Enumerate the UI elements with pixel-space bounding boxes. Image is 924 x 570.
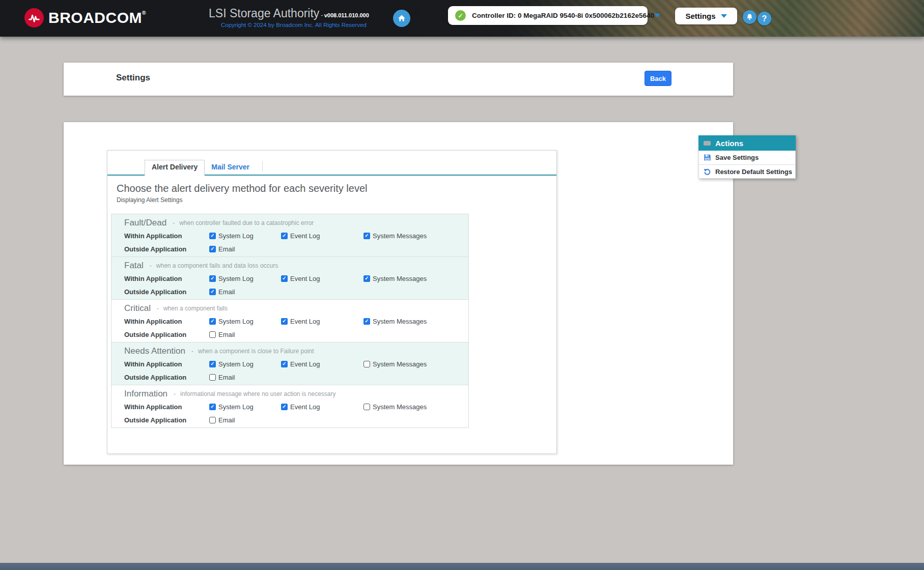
bell-icon	[746, 13, 753, 21]
system-log-checkbox[interactable]	[209, 275, 216, 282]
system-messages-checkbox[interactable]	[363, 233, 370, 239]
app-version: v008.011.010.000	[324, 12, 369, 18]
app-title: LSI Storage Authority	[209, 7, 319, 20]
system-log-option[interactable]: System Log	[209, 275, 281, 282]
severity-section: Fatal - when a component fails and data …	[111, 257, 468, 300]
copyright-text: Copyright © 2024 by Broadcom Inc. All Ri…	[221, 22, 369, 28]
within-application-label: Within Application	[124, 275, 209, 282]
alert-settings-panel: Alert Delivery Mail Server Choose the al…	[107, 150, 557, 454]
system-messages-checkbox[interactable]	[363, 275, 370, 282]
system-log-checkbox[interactable]	[209, 361, 216, 367]
severity-section: Fault/Dead - when controller faulted due…	[111, 214, 468, 257]
severity-name: Fatal	[124, 261, 144, 271]
email-checkbox[interactable]	[209, 246, 216, 252]
severity-description: when controller faulted due to a catastr…	[179, 219, 314, 226]
outside-application-label: Outside Application	[124, 374, 209, 381]
tab-separator	[262, 161, 263, 172]
system-log-checkbox[interactable]	[209, 318, 216, 325]
severity-dash: -	[173, 219, 175, 226]
save-icon	[704, 154, 711, 161]
collapse-icon[interactable]	[704, 141, 711, 146]
email-checkbox[interactable]	[209, 331, 216, 338]
system-log-option[interactable]: System Log	[209, 403, 281, 411]
tab-mail-server[interactable]: Mail Server	[205, 160, 256, 175]
page-title: Settings	[116, 73, 150, 83]
save-settings-button[interactable]: Save Settings	[699, 151, 795, 164]
actions-panel-header: Actions	[698, 135, 796, 151]
notifications-button[interactable]	[743, 10, 757, 24]
brand-name: BROADCOM®	[48, 9, 146, 26]
severity-name: Information	[124, 389, 167, 399]
severity-section: Information - informational message wher…	[111, 385, 468, 428]
restore-default-settings-button[interactable]: Restore Default Settings	[699, 164, 795, 178]
severity-description: when a component is close to Failure poi…	[198, 348, 314, 355]
severity-dash: -	[150, 262, 152, 269]
severity-description: when a component fails	[163, 305, 228, 312]
email-option[interactable]: Email	[209, 288, 281, 296]
system-log-option[interactable]: System Log	[209, 232, 281, 240]
outside-application-label: Outside Application	[124, 245, 209, 253]
event-log-checkbox[interactable]	[281, 233, 288, 239]
event-log-checkbox[interactable]	[281, 361, 288, 367]
system-messages-option[interactable]: System Messages	[363, 403, 427, 411]
severity-description: when a component fails and data loss occ…	[156, 262, 278, 269]
email-checkbox[interactable]	[209, 417, 216, 423]
within-application-label: Within Application	[124, 403, 209, 411]
back-button[interactable]: Back	[645, 71, 671, 86]
email-checkbox[interactable]	[209, 374, 216, 381]
home-icon	[397, 14, 406, 23]
settings-content-card: Alert Delivery Mail Server Choose the al…	[64, 122, 733, 465]
event-log-checkbox[interactable]	[281, 275, 288, 282]
controller-status-icon: ✓	[455, 10, 466, 21]
system-messages-checkbox[interactable]	[363, 361, 370, 367]
system-messages-option[interactable]: System Messages	[363, 232, 427, 240]
app-title-block: LSI Storage Authority - v008.011.010.000…	[209, 7, 369, 28]
broadcom-pulse-icon	[24, 8, 44, 27]
home-button[interactable]	[393, 10, 410, 27]
registered-mark: ®	[142, 10, 146, 16]
event-log-checkbox[interactable]	[281, 404, 288, 410]
system-messages-option[interactable]: System Messages	[363, 360, 427, 368]
system-log-option[interactable]: System Log	[209, 360, 281, 368]
system-messages-option[interactable]: System Messages	[363, 318, 427, 325]
actions-panel: Actions Save Settings Restore Default Se…	[698, 135, 796, 179]
event-log-option[interactable]: Event Log	[281, 275, 363, 282]
email-option[interactable]: Email	[209, 416, 281, 424]
question-mark-icon: ?	[762, 14, 767, 23]
email-checkbox[interactable]	[209, 289, 216, 295]
outside-application-label: Outside Application	[124, 416, 209, 424]
within-application-label: Within Application	[124, 318, 209, 325]
within-application-label: Within Application	[124, 360, 209, 368]
system-log-checkbox[interactable]	[209, 404, 216, 410]
event-log-option[interactable]: Event Log	[281, 360, 363, 368]
event-log-option[interactable]: Event Log	[281, 403, 363, 411]
controller-selector[interactable]: ✓ Controller ID: 0 MegaRAID 9540-8i 0x50…	[448, 6, 648, 25]
save-settings-label: Save Settings	[715, 154, 759, 161]
settings-menu[interactable]: Settings	[675, 8, 737, 24]
chevron-down-icon	[721, 14, 727, 18]
settings-menu-label: Settings	[685, 12, 715, 20]
email-option[interactable]: Email	[209, 245, 281, 253]
app-header: BROADCOM® LSI Storage Authority - v008.0…	[0, 0, 924, 37]
system-log-checkbox[interactable]	[209, 233, 216, 239]
severity-section: Needs Attention - when a component is cl…	[111, 343, 468, 385]
panel-subheading: Displaying Alert Settings	[117, 196, 182, 204]
system-log-option[interactable]: System Log	[209, 318, 281, 325]
system-messages-option[interactable]: System Messages	[363, 275, 427, 282]
severity-name: Critical	[124, 303, 151, 314]
footer-strip	[0, 563, 924, 570]
email-option[interactable]: Email	[209, 331, 281, 338]
event-log-option[interactable]: Event Log	[281, 232, 363, 240]
event-log-checkbox[interactable]	[281, 318, 288, 325]
chevron-down-icon	[654, 14, 660, 17]
severity-description: informational message where no user acti…	[180, 390, 335, 397]
tab-alert-delivery[interactable]: Alert Delivery	[145, 160, 205, 176]
email-option[interactable]: Email	[209, 374, 281, 381]
severity-dash: -	[157, 305, 159, 312]
system-messages-checkbox[interactable]	[363, 404, 370, 410]
system-messages-checkbox[interactable]	[363, 318, 370, 325]
severity-dash: -	[191, 348, 193, 355]
help-button[interactable]: ?	[758, 12, 771, 25]
severity-table: Fault/Dead - when controller faulted due…	[111, 214, 469, 428]
event-log-option[interactable]: Event Log	[281, 318, 363, 325]
